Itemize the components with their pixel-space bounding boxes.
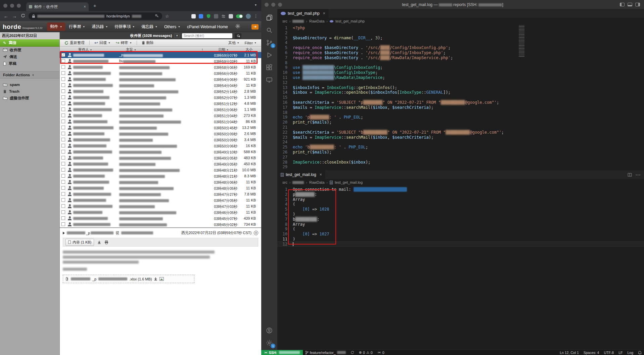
extensions-icon[interactable] (265, 63, 273, 72)
sidebar-folder-actions[interactable]: Folder Actions▼ (0, 71, 59, 79)
sliders-extension-icon[interactable] (221, 14, 226, 18)
sync-item[interactable] (348, 350, 357, 355)
explorer-icon[interactable] (265, 14, 273, 22)
email-row[interactable]: 03時51分04秒 273 KB (60, 113, 261, 119)
email-row[interactable]: 03時50分45秒 13.2 MB (60, 125, 261, 131)
code-line[interactable]: 9 use █████████████\Config\InboxConfig; (277, 65, 644, 70)
email-row[interactable]: 03時47分27秒 7.8 MB (60, 191, 261, 197)
code-line[interactable]: 8 (277, 60, 644, 65)
php-code-editor[interactable]: 1 <?php 2 3 $baseDirectory = dirname(__D… (277, 25, 644, 170)
code-line[interactable]: 21 (277, 125, 644, 130)
log-line[interactable]: 7 b█████████: (277, 217, 644, 222)
row-checkbox[interactable] (61, 144, 65, 147)
cursor-position-item[interactable]: Ln 12, Col 1 (557, 351, 581, 355)
row-checkbox[interactable] (61, 114, 65, 117)
code-line[interactable]: 17 $mails = ImapService::searchMail($inb… (277, 105, 644, 110)
back-button[interactable]: ← (3, 13, 9, 19)
code-line[interactable]: 18 (277, 110, 644, 115)
log-line[interactable]: 3 Array (277, 197, 644, 202)
email-row[interactable]: 03時47分05秒 11 KB (60, 197, 261, 203)
browser-tab[interactable]: 郵件 :: 收件匣 × (26, 2, 89, 11)
eol-item[interactable]: LF (616, 351, 625, 355)
remote-ssh-indicator[interactable]: >< SSH: (261, 350, 303, 355)
run-debug-icon[interactable] (265, 51, 273, 59)
more-actions-icon[interactable]: ⋯ (635, 172, 641, 178)
tab-close-icon[interactable]: × (84, 4, 86, 9)
code-line[interactable]: 5 require_once $baseDirectory . '/src/██… (277, 45, 644, 50)
menu-addressbook[interactable]: 通訊錄▼ (89, 23, 111, 31)
email-row[interactable]: 03時48分21秒 8.3 MB (60, 173, 261, 179)
email-row[interactable]: 03時51分04秒 86 KB (60, 119, 261, 125)
zoom-window-button[interactable] (278, 3, 282, 7)
row-checkbox[interactable] (61, 83, 65, 87)
code-line[interactable]: 15 (277, 95, 644, 100)
row-checkbox[interactable] (61, 107, 65, 111)
bookmark-star-icon[interactable]: ☆ (165, 14, 169, 19)
row-checkbox[interactable] (61, 186, 65, 190)
close-tab-icon[interactable]: × (323, 11, 325, 16)
code-line[interactable]: 1 <?php (277, 26, 644, 31)
minimap[interactable] (519, 25, 524, 57)
search-icon[interactable] (265, 26, 273, 34)
email-row[interactable]: 03時50分09秒 2.6 MB (60, 131, 261, 137)
log-line[interactable]: 1 Open connection to mail: (277, 187, 644, 192)
email-row[interactable]: 03時47分03秒 11 KB (60, 203, 261, 209)
problems-item[interactable]: ⊗0 ⚠0 (357, 350, 375, 355)
email-row[interactable]: 03時50分09秒 3.4 MB (60, 137, 261, 143)
close-window-button[interactable] (3, 4, 7, 8)
indentation-item[interactable]: Spaces: 4 (581, 351, 602, 355)
menu-calendar[interactable]: 行事曆▼ (66, 23, 88, 31)
forward-button[interactable]: → (12, 13, 17, 19)
forward-mail-button[interactable]: ↪ 轉寄▼ (113, 40, 134, 46)
toggle-sidebar-icon[interactable] (620, 3, 625, 6)
sidebar-folder-spam[interactable]: spam (0, 81, 59, 88)
mailbox-dropdown-icon[interactable]: ▼ (174, 34, 180, 38)
row-checkbox[interactable] (61, 192, 65, 196)
tab-test-get-mail-php[interactable]: test_get_mail.php × (277, 9, 329, 18)
search-input[interactable]: Search (整封) (182, 33, 232, 38)
sidebar-item-drafts[interactable]: 草稿 (0, 60, 59, 67)
content-part-button[interactable]: 內容 (1 KB) (65, 239, 94, 246)
row-checkbox[interactable] (61, 59, 65, 63)
remote-explorer-icon[interactable] (265, 76, 273, 84)
email-row[interactable]: 03時54分04秒 11 KB (60, 82, 261, 88)
horde-logo[interactable]: horde (3, 23, 21, 31)
log-line[interactable]: 4 ( (277, 202, 644, 207)
sidebar-item-inbox[interactable]: 收件匣 (0, 47, 59, 53)
email-row[interactable]: 03時45分02秒 734 KB (60, 221, 261, 227)
sidebar-item-sent[interactable]: 傳送 (0, 53, 59, 60)
code-line[interactable]: 6 require_once $baseDirectory . '/src/██… (277, 50, 644, 55)
toggle-panel-icon[interactable] (628, 3, 632, 6)
row-checkbox[interactable] (61, 132, 65, 135)
email-row[interactable]: 03時46分05秒 11 KB (60, 209, 261, 215)
email-row[interactable]: 03時54分06秒 921 KB (60, 76, 261, 82)
menu-mail[interactable]: 郵件▼ (47, 23, 65, 31)
menu-notes[interactable]: 備忘錄▼ (138, 23, 160, 31)
toggle-secondary-sidebar-icon[interactable] (635, 3, 640, 6)
editor-breadcrumbs[interactable]: src› › RawData› test_get_mail.php (277, 18, 644, 25)
log-line[interactable]: 11 ) (277, 237, 644, 242)
log-line[interactable]: 5 [0] => 1028 (277, 207, 644, 212)
column-subject[interactable]: 主旨 ▼ (126, 47, 136, 52)
log-editor[interactable]: 1 Open connection to mail: 2 p████████: … (277, 186, 644, 350)
row-checkbox[interactable] (61, 222, 65, 226)
encoding-item[interactable]: UTF-8 (601, 351, 616, 355)
logout-icon[interactable]: ➜ (251, 24, 259, 30)
row-checkbox[interactable] (61, 101, 65, 105)
column-date[interactable]: 日期 ▼ (218, 47, 229, 52)
row-checkbox[interactable] (61, 53, 65, 57)
row-checkbox[interactable] (61, 198, 65, 202)
minimize-window-button[interactable] (10, 4, 14, 8)
reload-button[interactable] (20, 13, 26, 19)
email-row[interactable]: 03時52分14秒 2.8 MB (60, 88, 261, 94)
refresh-button[interactable]: 重新整理 (62, 40, 87, 46)
email-row[interactable]: 03時49分05秒 483 KB (60, 155, 261, 161)
code-line[interactable]: 16 $searchCriteria = 'SUBJECT "p████████… (277, 100, 644, 105)
code-line[interactable]: 23 $mails = ImapService::searchMail($inb… (277, 135, 644, 140)
dark-extension-icon[interactable] (214, 14, 218, 18)
sidebar-folder-trash[interactable]: Trash (0, 88, 59, 95)
row-checkbox[interactable] (61, 216, 65, 220)
email-row[interactable]: 03時50分06秒 16 KB (60, 143, 261, 149)
close-tab-icon[interactable]: × (320, 172, 322, 177)
panel-breadcrumbs[interactable]: src› › RawData› test_get_mail.log (277, 179, 644, 186)
